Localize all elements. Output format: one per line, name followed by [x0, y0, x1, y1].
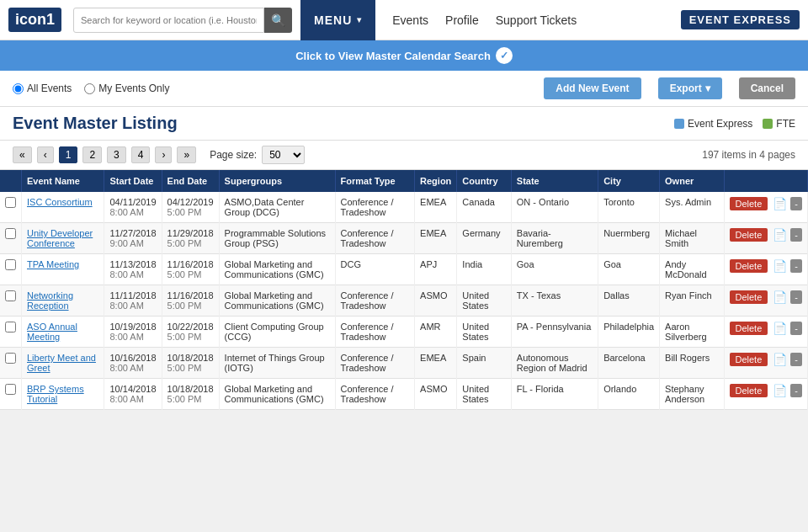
- nav-links: Events Profile Support Tickets: [392, 13, 680, 27]
- row-checkbox[interactable]: [5, 197, 16, 208]
- pagination-prev[interactable]: ‹: [37, 146, 54, 163]
- row-city: Nuermberg: [598, 223, 660, 254]
- row-supergroups: Client Computing Group (CCG): [219, 317, 335, 348]
- radio-all-events[interactable]: All Events: [13, 82, 72, 94]
- row-supergroups: Global Marketing and Communications (GMC…: [219, 254, 335, 285]
- row-event-name: ASO Annual Meeting: [22, 317, 104, 348]
- event-name-link[interactable]: ISC Consortium: [27, 197, 93, 207]
- page-title: Event Master Listing: [13, 114, 178, 133]
- pdf-button[interactable]: 📄: [771, 197, 789, 210]
- brand-logo: EVENT EXPRESS: [681, 10, 800, 29]
- pagination-page4[interactable]: 4: [131, 146, 151, 163]
- pagination-page2[interactable]: 2: [82, 146, 102, 163]
- col-start-date: Start Date: [104, 170, 162, 192]
- delete-button[interactable]: Delete: [730, 384, 768, 397]
- menu-button[interactable]: MENU ▾: [300, 0, 375, 40]
- edit-button[interactable]: -: [790, 290, 802, 304]
- radio-my-events[interactable]: My Events Only: [84, 82, 169, 94]
- col-country: Country: [457, 170, 511, 192]
- row-city: Dallas: [598, 285, 660, 317]
- row-checkbox[interactable]: [5, 353, 16, 364]
- pagination-first[interactable]: «: [13, 146, 32, 163]
- row-state: Bavaria-Nuremberg: [511, 223, 598, 254]
- row-region: EMEA: [415, 223, 457, 254]
- row-region: APJ: [415, 254, 457, 285]
- row-city: Goa: [598, 254, 660, 285]
- row-start-date: 10/14/20188:00 AM: [104, 379, 162, 410]
- pdf-button[interactable]: 📄: [771, 384, 789, 397]
- row-event-name: Liberty Meet and Greet: [22, 348, 104, 379]
- pdf-button[interactable]: 📄: [771, 353, 789, 366]
- event-name-link[interactable]: Liberty Meet and Greet: [27, 353, 96, 373]
- row-region: EMEA: [415, 348, 457, 379]
- row-state: Autonomous Region of Madrid: [511, 348, 598, 379]
- row-format-type: Conference / Tradeshow: [335, 192, 415, 223]
- nav-profile[interactable]: Profile: [445, 13, 479, 27]
- row-checkbox[interactable]: [5, 228, 16, 239]
- calendar-bar[interactable]: Click to View Master Calendar Search ✓: [0, 40, 808, 71]
- search-input[interactable]: [73, 8, 264, 33]
- table-header-row: Event Name Start Date End Date Supergrou…: [0, 170, 808, 192]
- col-supergroups: Supergroups: [219, 170, 335, 192]
- delete-button[interactable]: Delete: [730, 197, 768, 210]
- pagination-last[interactable]: »: [177, 146, 196, 163]
- search-button[interactable]: 🔍: [264, 8, 292, 33]
- pagination-next[interactable]: ›: [155, 146, 172, 163]
- pdf-button[interactable]: 📄: [771, 228, 789, 242]
- row-format-type: Conference / Tradeshow: [335, 285, 415, 317]
- event-name-link[interactable]: Networking Reception: [27, 290, 73, 311]
- row-checkbox[interactable]: [5, 259, 16, 270]
- row-owner: Michael Smith: [660, 223, 724, 254]
- row-checkbox[interactable]: [5, 322, 16, 332]
- pagination-page1[interactable]: 1: [59, 146, 78, 163]
- edit-button[interactable]: -: [790, 228, 802, 242]
- edit-button[interactable]: -: [790, 353, 802, 366]
- row-country: Spain: [457, 348, 511, 379]
- pdf-button[interactable]: 📄: [771, 259, 789, 273]
- radio-my-events-input[interactable]: [84, 83, 95, 94]
- row-city: Philadelphia: [598, 317, 660, 348]
- row-checkbox[interactable]: [5, 384, 16, 395]
- event-name-link[interactable]: Unity Developer Conference: [27, 228, 93, 248]
- row-owner: Stephany Anderson: [660, 379, 724, 410]
- event-name-link[interactable]: TPA Meeting: [27, 259, 79, 269]
- pagination-bar: « ‹ 1 2 3 4 › » Page size: 50 25 100 197…: [0, 141, 808, 170]
- row-country: United States: [457, 379, 511, 410]
- nav-events[interactable]: Events: [392, 13, 428, 27]
- event-name-link[interactable]: BRP Systems Tutorial: [27, 384, 84, 404]
- pagination-page3[interactable]: 3: [107, 146, 126, 163]
- row-checkbox[interactable]: [5, 290, 16, 301]
- event-name-link[interactable]: ASO Annual Meeting: [27, 322, 77, 342]
- title-bar: Event Master Listing Event Express FTE: [0, 107, 808, 141]
- edit-button[interactable]: -: [790, 259, 802, 273]
- cancel-button[interactable]: Cancel: [739, 77, 795, 99]
- pdf-button[interactable]: 📄: [771, 290, 789, 304]
- row-actions: Delete 📄 -: [724, 223, 808, 254]
- delete-button[interactable]: Delete: [730, 228, 768, 242]
- page-size-label: Page size:: [210, 149, 257, 161]
- edit-button[interactable]: -: [790, 384, 802, 397]
- search-bar: 🔍: [73, 8, 292, 33]
- event-table-wrap: Event Name Start Date End Date Supergrou…: [0, 170, 808, 410]
- radio-all-events-input[interactable]: [13, 83, 24, 94]
- calendar-bar-text[interactable]: Click to View Master Calendar Search: [295, 50, 491, 62]
- row-owner: Andy McDonald: [660, 254, 724, 285]
- nav-support-tickets[interactable]: Support Tickets: [496, 13, 577, 27]
- delete-button[interactable]: Delete: [730, 322, 768, 335]
- row-state: ON - Ontario: [511, 192, 598, 223]
- page-size-select[interactable]: 50 25 100: [262, 146, 305, 164]
- delete-button[interactable]: Delete: [730, 290, 768, 304]
- delete-button[interactable]: Delete: [730, 353, 768, 366]
- add-new-event-button[interactable]: Add New Event: [544, 77, 641, 99]
- row-city: Barcelona: [598, 348, 660, 379]
- table-row: Liberty Meet and Greet 10/16/20188:00 AM…: [0, 348, 808, 379]
- edit-button[interactable]: -: [790, 197, 802, 210]
- table-row: BRP Systems Tutorial 10/14/20188:00 AM 1…: [0, 379, 808, 410]
- pdf-button[interactable]: 📄: [771, 322, 789, 335]
- row-actions: Delete 📄 -: [724, 254, 808, 285]
- row-actions: Delete 📄 -: [724, 317, 808, 348]
- table-row: Networking Reception 11/11/20188:00 AM 1…: [0, 285, 808, 317]
- delete-button[interactable]: Delete: [730, 259, 768, 273]
- export-button[interactable]: Export ▾: [658, 77, 722, 99]
- edit-button[interactable]: -: [790, 322, 802, 335]
